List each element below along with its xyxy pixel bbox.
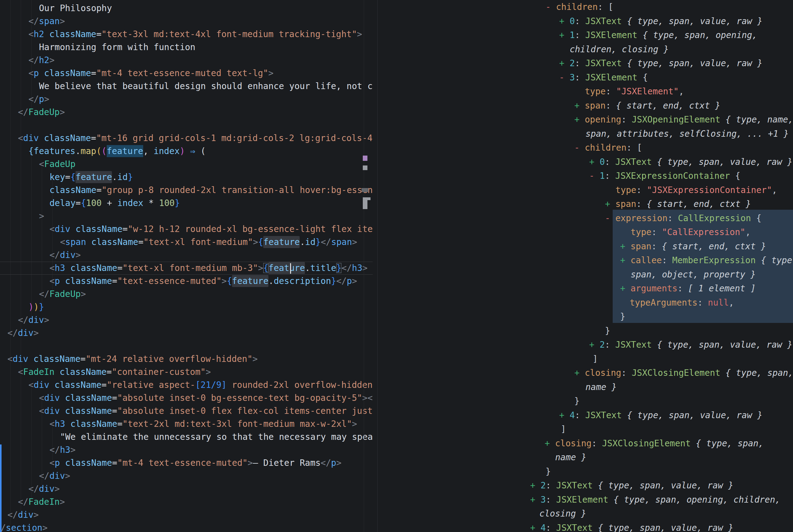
ast-line[interactable]: - expression: CallExpression {	[605, 211, 761, 226]
code-line[interactable]: <div className="w-12 h-12 rounded-xl bg-…	[50, 223, 373, 236]
ast-line[interactable]: ]	[561, 422, 566, 436]
ast-line[interactable]: + 4: JSXText { type, span, value, raw }	[559, 408, 762, 422]
ast-line[interactable]: + 3: JSXElement { type, span, opening, c…	[530, 493, 780, 507]
code-line[interactable]: </FadeUp>	[18, 106, 65, 119]
code-line[interactable]: <div className="relative aspect-[21/9] r…	[28, 379, 373, 392]
ast-line[interactable]: typeArguments: null,	[630, 296, 734, 310]
code-line[interactable]: Our Philosophy	[39, 2, 112, 15]
code-line[interactable]: <div className="mt-24 relative overflow-…	[7, 353, 258, 366]
ast-line[interactable]: + 0: JSXText { type, span, value, raw }	[559, 14, 762, 28]
token-pu: <	[18, 367, 23, 377]
ast-line[interactable]: - children: [	[546, 0, 613, 14]
token-pv: { type, span, opening,	[637, 30, 757, 40]
ast-line[interactable]: name }	[555, 450, 586, 464]
token-co: :	[575, 410, 580, 420]
ast-line[interactable]: children, closing }	[570, 42, 669, 57]
code-line[interactable]: >	[39, 210, 44, 223]
token-tx: — Dieter Rams	[253, 458, 321, 468]
code-line[interactable]: <div className="absolute inset-0 bg-esse…	[39, 392, 373, 404]
ast-line[interactable]: type: "JSXExpressionContainer",	[616, 183, 777, 197]
code-line[interactable]: delay={100 + index * 100}	[50, 197, 180, 210]
token-op: =	[91, 133, 96, 143]
ast-line[interactable]: + opening: JSXOpeningElement { type, nam…	[574, 113, 793, 127]
code-line[interactable]: Harmonizing form with function	[39, 41, 195, 54]
code-line[interactable]: key={feature.id}	[50, 171, 133, 184]
ast-line[interactable]: + span: { start, end, ctxt }	[620, 240, 766, 254]
ast-line[interactable]: + 2: JSXText { type, span, value, raw }	[589, 338, 792, 352]
token-at: className	[70, 224, 122, 234]
token-co: :	[592, 438, 597, 449]
ast-line[interactable]: span, attributes, selfClosing, ... +1 }	[585, 127, 789, 141]
ast-line[interactable]: + closing: JSXClosingElement { type, spa…	[574, 366, 793, 380]
code-line[interactable]: /section>	[1, 521, 47, 532]
code-line[interactable]: </div>	[50, 249, 81, 262]
code-line[interactable]: </div>	[7, 327, 39, 340]
token-op: =	[96, 29, 101, 39]
token-at: className	[39, 133, 91, 143]
ast-line[interactable]: name }	[585, 380, 617, 394]
ast-line[interactable]: }	[546, 464, 551, 479]
code-line[interactable]: </div>	[18, 314, 49, 327]
token-co: :	[621, 114, 626, 125]
code-line[interactable]: "We eliminate the unnecessary so that th…	[60, 431, 373, 443]
ast-line[interactable]: + callee: MemberExpression { type,	[620, 253, 793, 268]
code-line[interactable]: We believe that beautiful design should …	[39, 80, 373, 93]
code-line[interactable]: <h3 className="text-2xl md:text-3xl font…	[50, 418, 357, 431]
code-line[interactable]: <p className="mt-4 text-essence-muted te…	[28, 67, 273, 80]
code-line[interactable]: <p className="mt-4 text-essence-muted">—…	[50, 457, 342, 470]
code-line[interactable]: <div className="absolute inset-0 flex fl…	[39, 404, 373, 418]
ast-line[interactable]: type: "JSXElement",	[585, 84, 684, 99]
token-pl: +	[620, 283, 625, 293]
code-line[interactable]: <div className="mt-16 grid grid-cols-1 m…	[18, 132, 373, 145]
ast-line[interactable]: + span: { start, end, ctxt }	[574, 99, 720, 113]
code-line[interactable]: {features.map((feature, index) ⇒ (	[28, 145, 206, 158]
code-line[interactable]: ))}	[28, 301, 44, 314]
ast-line[interactable]: }	[620, 310, 625, 324]
ast-line[interactable]: - 3: JSXElement {	[559, 71, 648, 85]
ast-line[interactable]: + 0: JSXText { type, span, value, raw }	[589, 155, 792, 169]
code-line[interactable]: <p className="text-essence-muted">{featu…	[50, 275, 357, 288]
token-co: :	[575, 72, 580, 82]
ast-line[interactable]: ]	[593, 352, 598, 366]
code-line[interactable]: </div>	[39, 470, 70, 482]
ast-line[interactable]: - 1: JSXExpressionContainer {	[589, 169, 740, 183]
token-op: =	[96, 185, 102, 195]
ast-line[interactable]: + closing: JSXClosingElement { type, spa…	[545, 436, 763, 451]
ast-line[interactable]: }	[574, 394, 580, 408]
overview-ruler-marker	[363, 200, 367, 209]
token-ix: 3	[535, 495, 546, 505]
ast-tree-pane[interactable]: - children: [+ 0: JSXText { type, span, …	[377, 0, 793, 532]
token-ix: 4	[535, 523, 546, 532]
ast-line[interactable]: }	[605, 324, 610, 338]
code-line[interactable]: </h2>	[28, 54, 54, 67]
code-line[interactable]: <FadeUp	[39, 158, 75, 171]
token-pu: >	[60, 16, 65, 26]
token-co: :	[677, 283, 682, 293]
ast-line[interactable]: + 2: JSXText { type, span, value, raw }	[559, 56, 762, 71]
code-line[interactable]: </h3>	[50, 443, 75, 457]
token-pv: { type,	[756, 255, 793, 265]
code-line[interactable]: </p>	[28, 93, 49, 106]
code-line[interactable]: </span>	[28, 15, 65, 28]
ast-line[interactable]: closing }	[539, 507, 586, 521]
code-line[interactable]: <FadeIn className="container-custom">	[18, 366, 211, 379]
code-line[interactable]: </div>	[28, 482, 60, 495]
ast-line[interactable]: + 2: JSXText { type, span, value, raw }	[530, 478, 733, 493]
ast-line[interactable]: + span: { start, end, ctxt }	[605, 197, 751, 211]
ast-line[interactable]: span, object, property }	[631, 268, 756, 282]
ast-line[interactable]: - children: [	[574, 141, 642, 155]
code-editor-pane[interactable]: Our Philosophy</span><h2 className="text…	[0, 0, 373, 532]
ast-line[interactable]: + arguments: [ 1 element ]	[620, 282, 756, 296]
code-line[interactable]: <span className="text-xl font-medium">{f…	[60, 236, 357, 249]
code-line[interactable]: className="group p-8 rounded-2xl transit…	[50, 184, 373, 197]
code-line[interactable]: </FadeUp>	[39, 288, 86, 301]
code-line[interactable]: </div>	[7, 509, 39, 521]
code-line[interactable]: <h3 className="text-xl font-medium mb-3"…	[50, 262, 367, 275]
code-line[interactable]: <h2 className="text-3xl md:text-4xl font…	[28, 28, 362, 41]
ast-line[interactable]: type: "CallExpression",	[631, 225, 751, 240]
ast-line[interactable]: + 1: JSXElement { type, span, opening,	[559, 28, 757, 42]
token-k2: arguments	[625, 283, 678, 293]
token-ky: typeArguments	[630, 298, 697, 308]
code-line[interactable]: </FadeIn>	[18, 495, 65, 509]
ast-line[interactable]: + 4: JSXText { type, span, value, raw }	[530, 521, 733, 532]
